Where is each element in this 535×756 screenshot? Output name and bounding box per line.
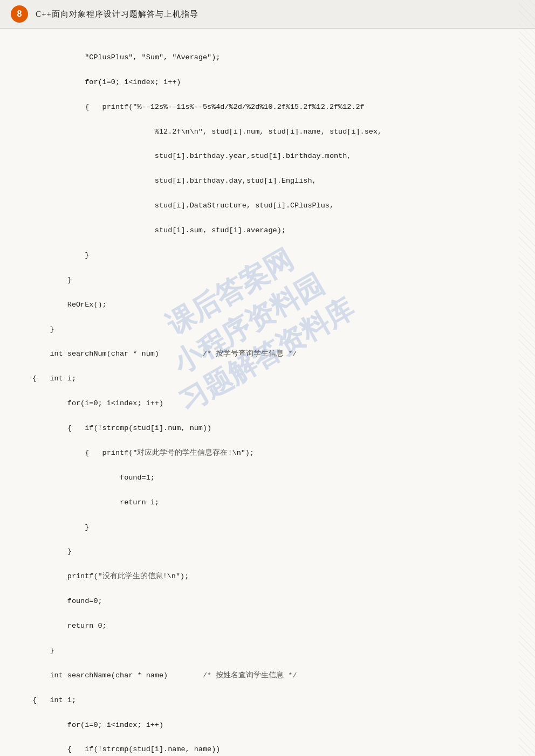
code-line: stud[i].DataStructure, stud[i].CPlusPlus… (32, 200, 513, 212)
code-line: for(i=0; i<index; i++) (32, 719, 513, 732)
code-line: return i; (32, 497, 513, 509)
page-badge: 8 (11, 5, 28, 23)
code-line: return 0; (32, 620, 513, 633)
code-line: } (32, 522, 513, 534)
header-bar: 8 C++面向对象程序设计习题解答与上机指导 (0, 0, 535, 29)
code-line: stud[i].birthday.day,stud[i].English, (32, 175, 513, 188)
code-area: "CPlusPlus", "Sum", "Average"); for(i=0;… (0, 34, 535, 756)
code-line: } (32, 645, 513, 657)
code-line: { int i; (32, 695, 513, 707)
page-container: 8 C++面向对象程序设计习题解答与上机指导 课后答案网 小程序资料园 习题解答… (0, 0, 535, 756)
code-line: int searchNum(char * num) /* 按学号查询学生信息 *… (32, 348, 513, 360)
code-line: } (32, 274, 513, 287)
code-line: "CPlusPlus", "Sum", "Average"); (32, 52, 513, 64)
code-line: } (32, 324, 513, 336)
code-line: ReOrEx(); (32, 299, 513, 311)
code-line: } (32, 249, 513, 262)
code-line: { printf("对应此学号的学生信息存在!\n"); (32, 447, 513, 460)
code-line: printf("没有此学生的信息!\n"); (32, 571, 513, 583)
code-line: stud[i].sum, stud[i].average); (32, 225, 513, 237)
code-line: for(i=0; i<index; i++) (32, 77, 513, 89)
header-title: C++面向对象程序设计习题解答与上机指导 (36, 9, 198, 19)
code-line: found=1; (32, 472, 513, 484)
code-line: { if(!strcmp(stud[i].num, num)) (32, 422, 513, 435)
code-line: %12.2f\n\n", stud[i].num, stud[i].name, … (32, 126, 513, 138)
code-line: found=0; (32, 595, 513, 608)
code-line: stud[i].birthday.year,stud[i].birthday.m… (32, 150, 513, 163)
code-line: for(i=0; i<index; i++) (32, 398, 513, 410)
code-line: { int i; (32, 373, 513, 385)
code-line: } (32, 546, 513, 558)
code-line: int searchName(char * name) /* 按姓名查询学生信息… (32, 670, 513, 682)
code-line: { if(!strcmp(stud[i].name, name)) (32, 744, 513, 756)
code-line: { printf("%--12s%--11s%--5s%4d/%2d/%2d%1… (32, 101, 513, 114)
